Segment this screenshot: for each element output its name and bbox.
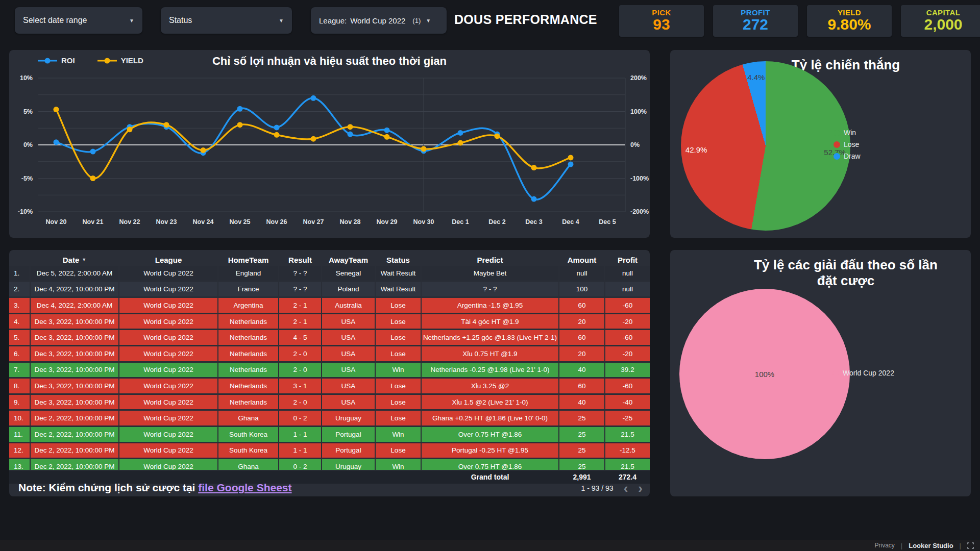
league-filter-label: League: bbox=[319, 16, 347, 25]
date-range-filter[interactable]: Select date range ▼ bbox=[15, 7, 142, 34]
cell-amount: 25 bbox=[559, 427, 604, 442]
svg-text:Dec 4: Dec 4 bbox=[562, 218, 579, 226]
cell-away: USA bbox=[322, 314, 375, 329]
svg-text:Dec 3: Dec 3 bbox=[525, 218, 542, 226]
cell-amount: 60 bbox=[559, 298, 604, 313]
league-filter[interactable]: League: World Cup 2022 (1) ▼ bbox=[311, 7, 447, 34]
column-header-date[interactable]: Date▼ bbox=[31, 254, 118, 266]
cell-num: 6. bbox=[9, 346, 30, 361]
cell-profit: null bbox=[605, 282, 650, 297]
cell-league: World Cup 2022 bbox=[119, 443, 217, 458]
pie-slice-label: 100% bbox=[755, 370, 774, 379]
footer-divider: | bbox=[901, 542, 902, 549]
column-header-result[interactable]: Result bbox=[279, 254, 321, 266]
cell-profit: -20 bbox=[605, 314, 650, 329]
cell-amount: 60 bbox=[559, 379, 604, 393]
table-row: 5.Dec 3, 2022, 10:00:00 PMWorld Cup 2022… bbox=[9, 330, 650, 346]
cell-amount: 40 bbox=[559, 395, 604, 410]
cell-league: World Cup 2022 bbox=[119, 298, 217, 313]
cell-date: Dec 2, 2022, 10:00:00 PM bbox=[31, 427, 118, 442]
table-row: 11.Dec 2, 2022, 10:00:00 PMWorld Cup 202… bbox=[9, 427, 650, 443]
cell-status: Lose bbox=[376, 411, 421, 425]
svg-text:-200%: -200% bbox=[630, 208, 649, 215]
cell-profit: -60 bbox=[605, 379, 650, 393]
cell-predict: ? - ? bbox=[422, 282, 558, 297]
cell-result: 2 - 0 bbox=[279, 363, 321, 378]
table-row: 10.Dec 2, 2022, 10:00:00 PMWorld Cup 202… bbox=[9, 411, 650, 427]
cell-status: Lose bbox=[376, 330, 421, 345]
prev-page-button[interactable]: ‹ bbox=[624, 483, 628, 493]
cell-date: Dec 2, 2022, 10:00:00 PM bbox=[31, 443, 118, 458]
cell-num: 12. bbox=[9, 443, 30, 458]
cell-home: Ghana bbox=[218, 459, 278, 470]
cell-status: Win bbox=[376, 459, 421, 470]
page-title: DOUS PERFORMANCE bbox=[454, 12, 592, 27]
kpi-card-yield: YIELD 9.80% bbox=[807, 5, 892, 37]
cell-home: South Korea bbox=[218, 427, 278, 442]
column-header-profit[interactable]: Profit bbox=[605, 254, 650, 266]
pie2-title: Tỷ lệ các giải đấu theo số lần đặt cược bbox=[749, 257, 943, 289]
league-share-pie-card: Tỷ lệ các giải đấu theo số lần đặt cược … bbox=[670, 250, 971, 496]
svg-text:Nov 22: Nov 22 bbox=[119, 218, 140, 226]
cell-date: Dec 3, 2022, 10:00:00 PM bbox=[31, 330, 118, 345]
chevron-down-icon: ▼ bbox=[426, 18, 431, 23]
svg-text:Nov 21: Nov 21 bbox=[83, 218, 104, 226]
column-header-predict[interactable]: Predict bbox=[422, 254, 558, 266]
line-chart-plot[interactable]: 10%5%0%-5%-10%200%100%0%-100%-200%Nov 20… bbox=[9, 50, 650, 238]
table-row: 1.Dec 5, 2022, 2:00:00 AMWorld Cup 2022E… bbox=[9, 266, 650, 282]
roi-yield-time-chart-card: Chỉ số lợi nhuận và hiệu suất theo thời … bbox=[9, 50, 650, 238]
cell-result: 0 - 2 bbox=[279, 411, 321, 425]
column-header-amount[interactable]: Amount bbox=[559, 254, 604, 266]
cell-league: World Cup 2022 bbox=[119, 395, 217, 410]
cell-home: Argentina bbox=[218, 298, 278, 313]
cell-predict: Over 0.75 HT @1.86 bbox=[422, 459, 558, 470]
status-filter[interactable]: Status ▼ bbox=[161, 7, 292, 34]
column-header-away[interactable]: AwayTeam bbox=[322, 254, 375, 266]
pagination: 1 - 93 / 93 ‹ › bbox=[581, 483, 643, 493]
pie-legend: World Cup 2022 bbox=[832, 369, 894, 377]
pagination-range: 1 - 93 / 93 bbox=[581, 484, 614, 492]
pie-legend: WinLoseDraw bbox=[834, 129, 861, 160]
privacy-link[interactable]: Privacy bbox=[874, 542, 894, 549]
svg-text:-10%: -10% bbox=[18, 208, 33, 215]
note-prefix: Note: Kiểm chứng lịch sử cược tại bbox=[18, 482, 198, 493]
cell-result: 0 - 2 bbox=[279, 459, 321, 470]
cell-amount: 100 bbox=[559, 282, 604, 297]
cell-status: Lose bbox=[376, 314, 421, 329]
cell-league: World Cup 2022 bbox=[119, 314, 217, 329]
svg-text:Nov 29: Nov 29 bbox=[377, 218, 398, 226]
fullscreen-icon[interactable] bbox=[967, 542, 974, 549]
column-header-home[interactable]: HomeTeam bbox=[218, 254, 278, 266]
cell-league: World Cup 2022 bbox=[119, 379, 217, 393]
next-page-button[interactable]: › bbox=[638, 483, 643, 493]
cell-num: 5. bbox=[9, 330, 30, 345]
svg-text:Dec 1: Dec 1 bbox=[452, 218, 469, 226]
grand-total-amount: 2,991 bbox=[559, 473, 604, 481]
svg-text:-100%: -100% bbox=[630, 175, 649, 182]
win-rate-pie-card: Tỷ lệ chiến thắng 52.7%42.9%4.4%WinLoseD… bbox=[670, 50, 971, 238]
chevron-down-icon: ▼ bbox=[279, 18, 284, 23]
table-row: 2.Dec 4, 2022, 10:00:00 PMWorld Cup 2022… bbox=[9, 282, 650, 298]
cell-away: Portugal bbox=[322, 427, 375, 442]
cell-amount: 25 bbox=[559, 411, 604, 425]
kpi-card-profit: PROFIT 272 bbox=[713, 5, 798, 37]
cell-predict: Over 0.75 HT @1.86 bbox=[422, 427, 558, 442]
cell-profit: -60 bbox=[605, 330, 650, 345]
svg-text:0%: 0% bbox=[23, 141, 33, 148]
cell-predict: Netherlands -0.25 @1.98 (Live 21' 1-0) bbox=[422, 363, 558, 378]
chevron-down-icon: ▼ bbox=[129, 18, 134, 23]
legend-item-win: Win bbox=[834, 129, 861, 137]
cell-num: 4. bbox=[9, 314, 30, 329]
cell-profit: 39.2 bbox=[605, 363, 650, 378]
table-body: 1.Dec 5, 2022, 2:00:00 AMWorld Cup 2022E… bbox=[9, 266, 650, 470]
column-header-status[interactable]: Status bbox=[376, 254, 421, 266]
footer-bar: Privacy | Looker Studio | bbox=[0, 540, 980, 551]
cell-amount: null bbox=[559, 266, 604, 281]
column-header-league[interactable]: League bbox=[119, 254, 217, 266]
google-sheet-link[interactable]: file Google Sheest bbox=[198, 482, 291, 493]
svg-text:Nov 23: Nov 23 bbox=[156, 218, 177, 226]
cell-num: 8. bbox=[9, 379, 30, 393]
cell-away: USA bbox=[322, 346, 375, 361]
cell-away: Portugal bbox=[322, 443, 375, 458]
looker-studio-logo[interactable]: Looker Studio bbox=[909, 542, 953, 549]
